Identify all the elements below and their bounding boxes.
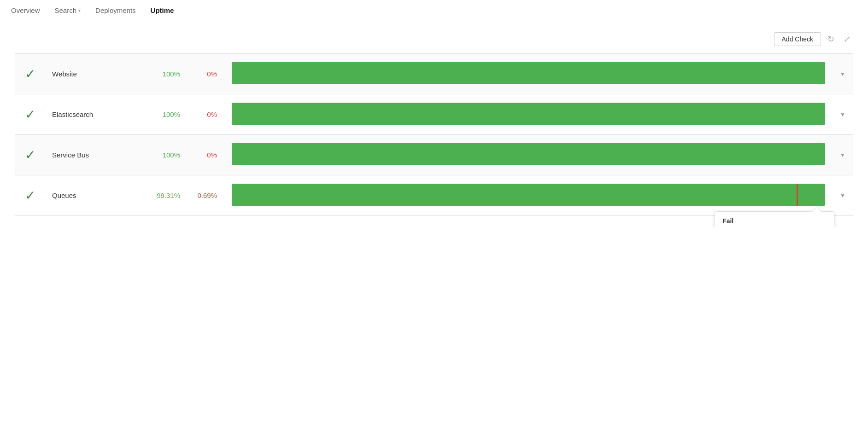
row-caret-cell[interactable]: ▼ [833,175,853,216]
bar-cell [224,54,833,94]
chevron-down-icon: ▾ [78,8,81,13]
uptime-pct-cell: 99.31% [146,175,188,216]
check-icon: ✓ [23,188,37,203]
downtime-pct-cell: 0% [188,54,224,94]
uptime-table: ✓ Website 100% 0% ▼ ✓ Elasticsearch 100%… [15,53,853,216]
refresh-icon: ↻ [827,35,834,44]
table-row: ✓ Elasticsearch 100% 0% ▼ [15,94,853,135]
uptime-pct-cell: 100% [146,135,188,175]
check-icon: ✓ [23,148,37,163]
nav-search-label: Search [55,6,77,14]
uptime-pct-cell: 100% [146,94,188,135]
uptime-pct-cell: 100% [146,54,188,94]
add-check-button[interactable]: Add Check [774,32,821,46]
bar-cell [224,94,833,135]
uptime-bar[interactable] [232,184,825,206]
table-row: ✓ Website 100% 0% ▼ [15,54,853,94]
service-name-cell: Service Bus [45,135,146,175]
service-name-cell: Website [45,54,146,94]
toolbar: Add Check ↻ ⤢ [15,32,853,46]
downtime-pct-cell: 0% [188,135,224,175]
uptime-bar[interactable] [232,103,825,125]
status-check-cell: ✓ [15,94,45,135]
status-check-cell: ✓ [15,135,45,175]
service-name-cell: Queues [45,175,146,216]
status-check-cell: ✓ [15,54,45,94]
bar-wrapper: Fail Lasting 10 minutes from December 18… [232,184,825,206]
row-caret-cell[interactable]: ▼ [833,135,853,175]
nav-item-search[interactable]: Search ▾ [55,6,81,14]
uptime-bar[interactable] [232,62,825,84]
row-caret-cell[interactable]: ▼ [833,94,853,135]
service-name-cell: Elasticsearch [45,94,146,135]
table-row: ✓ Service Bus 100% 0% ▼ [15,135,853,175]
table-row: ✓ Queues 99.31% 0.69% Fail Lasting 10 mi… [15,175,853,216]
bar-wrapper [232,103,825,125]
tooltip-title: Fail [722,217,827,225]
check-icon: ✓ [23,107,37,122]
top-navigation: Overview Search ▾ Deployments Uptime [0,0,868,21]
nav-item-uptime[interactable]: Uptime [151,6,174,14]
nav-item-deployments[interactable]: Deployments [95,6,136,14]
downtime-pct-cell: 0.69% [188,175,224,216]
downtime-pct-cell: 0% [188,94,224,135]
bar-wrapper [232,143,825,165]
main-content: Add Check ↻ ⤢ ✓ Website 100% 0% [0,21,868,227]
nav-item-overview[interactable]: Overview [11,6,40,14]
refresh-button[interactable]: ↻ [825,32,837,46]
expand-button[interactable]: ⤢ [841,32,853,46]
bar-wrapper [232,62,825,84]
bar-cell [224,135,833,175]
row-caret-cell[interactable]: ▼ [833,54,853,94]
status-check-cell: ✓ [15,175,45,216]
fail-marker [797,184,798,206]
check-icon: ✓ [23,67,37,81]
bar-cell: Fail Lasting 10 minutes from December 18… [224,175,833,216]
uptime-bar[interactable] [232,143,825,165]
tooltip-box: Fail Lasting 10 minutes from December 18… [715,211,834,227]
expand-icon: ⤢ [844,35,850,44]
